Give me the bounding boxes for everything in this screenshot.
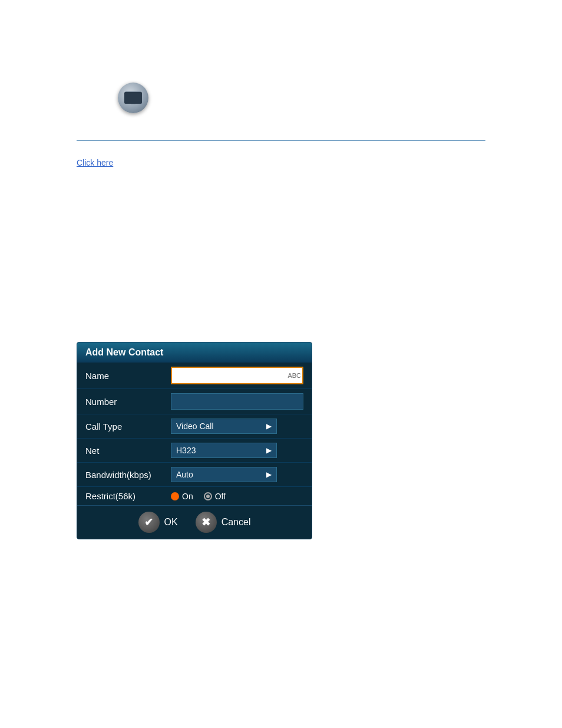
call-type-dropdown[interactable]: Video Call ▶ [171,419,277,434]
name-input-wrap: ABC [171,367,303,384]
net-arrow: ▶ [266,446,272,454]
dialog-title: Add New Contact [77,342,312,363]
number-value [171,393,303,410]
call-type-arrow: ▶ [266,422,272,430]
bandwidth-value: Auto ▶ [171,467,303,482]
restrict-on-radio[interactable] [171,492,179,500]
number-label: Number [85,397,171,407]
net-dropdown[interactable]: H323 ▶ [171,443,277,458]
restrict-off-radio[interactable] [204,492,212,500]
bandwidth-dropdown[interactable]: Auto ▶ [171,467,277,482]
call-type-value: Video Call ▶ [171,419,303,434]
restrict-row: Restrict(56k) On Off [77,487,312,505]
name-value: ABC [171,367,303,384]
name-label: Name [85,371,171,381]
name-input[interactable] [171,367,303,384]
video-conference-icon: 👤 [118,83,148,113]
call-type-selected: Video Call [176,421,214,431]
call-type-label: Call Type [85,421,171,431]
person-symbol: 👤 [129,93,137,101]
number-row: Number [77,389,312,414]
restrict-value: On Off [171,492,303,501]
name-row: Name ABC [77,363,312,389]
bandwidth-selected: Auto [176,470,193,479]
dialog-body: Name ABC Number Call Type Video Call ▶ [77,363,312,505]
restrict-on-label: On [182,492,193,501]
ok-button[interactable]: ✔ OK [138,512,178,533]
monitor-stand [131,102,135,104]
bandwidth-label: Bandwidth(kbps) [85,470,171,480]
cancel-circle-icon: ✖ [196,512,217,533]
net-value: H323 ▶ [171,443,303,458]
monitor-screen: 👤 [125,91,141,102]
bandwidth-row: Bandwidth(kbps) Auto ▶ [77,463,312,487]
link-area: Click here [77,158,113,167]
restrict-label: Restrict(56k) [85,491,171,501]
ok-circle-icon: ✔ [138,512,160,533]
net-selected: H323 [176,446,196,455]
click-here-link[interactable]: Click here [77,158,113,167]
restrict-radio-group: On Off [171,492,226,501]
bandwidth-arrow: ▶ [266,470,272,479]
number-input[interactable] [171,393,303,410]
net-row: Net H323 ▶ [77,439,312,463]
dialog-footer: ✔ OK ✖ Cancel [77,505,312,539]
add-contact-dialog: Add New Contact Name ABC Number Call Typ… [77,342,312,539]
app-icon-area: 👤 [118,83,148,113]
checkmark-icon: ✔ [144,516,153,529]
restrict-on-option[interactable]: On [171,492,193,501]
net-label: Net [85,446,171,456]
header-divider [77,140,485,141]
restrict-off-option[interactable]: Off [204,492,226,501]
cancel-button[interactable]: ✖ Cancel [196,512,251,533]
call-type-row: Call Type Video Call ▶ [77,414,312,439]
ok-label: OK [164,517,178,528]
cancel-label: Cancel [222,517,251,528]
restrict-off-label: Off [215,492,226,501]
xmark-icon: ✖ [201,516,210,529]
